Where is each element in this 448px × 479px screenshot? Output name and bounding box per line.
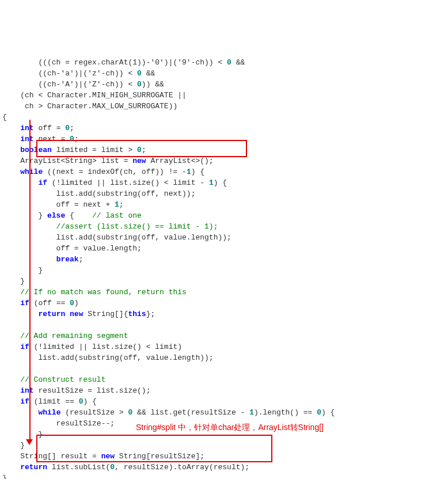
code-line: ((ch-'a')|('z'-ch)) < 0 && xyxy=(2,69,155,78)
code-line: while ((next = indexOf(ch, off)) != -1) … xyxy=(2,168,204,176)
annotation-text: String#split 中，针对单char处理，ArrayList转Strin… xyxy=(136,422,324,433)
code-line: } xyxy=(2,441,25,450)
code-line: // Construct result xyxy=(2,375,105,384)
code-line: list.add(substring(off, value.length)); xyxy=(2,353,214,362)
code-line: int resultSize = list.size(); xyxy=(2,386,150,395)
code-line: } xyxy=(2,266,43,275)
code-line: //assert (list.size() == limit - 1); xyxy=(2,222,218,231)
code-line: } xyxy=(2,430,43,439)
code-line: // If no match was found, return this xyxy=(2,288,187,296)
code-line: return new String[]{this}; xyxy=(2,310,155,318)
code-line: if (off == 0) xyxy=(2,299,79,307)
code-line: ch > Character.MAX_LOW_SURROGATE)) xyxy=(2,102,177,111)
code-block: (((ch = regex.charAt(1))-'0')|('9'-ch)) … xyxy=(2,46,446,479)
arrow-head-icon xyxy=(26,439,33,445)
code-line: } xyxy=(2,474,7,479)
code-line: int next = 0; xyxy=(2,135,79,143)
code-line: if (!limited || list.size() < limit - 1)… xyxy=(2,178,227,187)
code-line: while (resultSize > 0 && list.get(result… xyxy=(2,408,335,417)
code-line: list.add(substring(off, next)); xyxy=(2,189,195,198)
code-line: off = value.length; xyxy=(2,244,142,253)
code-line: break; xyxy=(2,255,83,264)
code-line: resultSize--; xyxy=(2,419,115,428)
code-line: ((ch-'A')|('Z'-ch)) < 0)) && xyxy=(2,80,164,89)
code-line: (((ch = regex.charAt(1))-'0')|('9'-ch)) … xyxy=(2,58,245,67)
code-line: (ch < Character.MIN_HIGH_SURROGATE || xyxy=(2,91,187,100)
code-line: // Add remaining segment xyxy=(2,332,128,340)
code-line: String[] result = new String[resultSize]… xyxy=(2,452,204,461)
code-line: boolean limited = limit > 0; xyxy=(2,146,146,154)
code-line: if (!limited || list.size() < limit) xyxy=(2,343,182,351)
code-line: if (limit == 0) { xyxy=(2,397,97,406)
code-line: } xyxy=(2,277,25,286)
code-line: return list.subList(0, resultSize).toArr… xyxy=(2,463,249,472)
code-line: list.add(substring(off, value.length)); xyxy=(2,233,231,242)
code-line: off = next + 1; xyxy=(2,200,124,209)
code-line: } else { // last one xyxy=(2,211,142,220)
code-line: ArrayList<String> list = new ArrayList<>… xyxy=(2,157,214,165)
code-line: int off = 0; xyxy=(2,124,74,132)
code-line: { xyxy=(2,113,7,121)
